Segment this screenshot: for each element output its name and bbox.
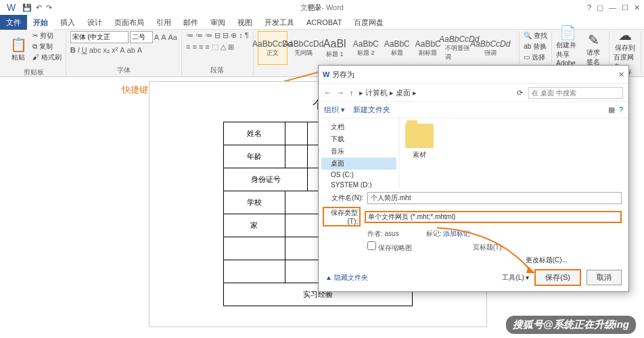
copy-button[interactable]: ⧉ 复制 <box>32 42 62 51</box>
cut-button[interactable]: ✂ 剪切 <box>32 31 62 41</box>
dialog-title: 另存为 <box>332 70 354 80</box>
para-row1[interactable]: ≔ ≔ ≔ ⊟ ⊟ ⊕ ↕ ¶ <box>186 31 249 40</box>
quick-access-toolbar[interactable]: 💾 ↶ ↷ <box>22 3 52 12</box>
change-title-button[interactable]: 更改标题(C)... <box>526 256 568 265</box>
word-icon: W <box>7 2 16 13</box>
tab-view[interactable]: 视图 <box>231 15 258 30</box>
folder-icon <box>405 124 434 148</box>
hide-folders-link[interactable]: ▲ 隐藏文件夹 <box>325 273 368 283</box>
para-row2[interactable]: ≡ ≡ ≡ ≡ ⬚ △ ⊞ <box>186 43 234 51</box>
tab-insert[interactable]: 插入 <box>54 15 81 30</box>
tab-references[interactable]: 引用 <box>150 15 177 30</box>
nav-back-icon[interactable]: ← <box>324 89 331 97</box>
tab-mail[interactable]: 邮件 <box>177 15 204 30</box>
filename-label: 文件名(N): <box>325 193 363 203</box>
add-tag-link[interactable]: 添加标记 <box>443 230 470 237</box>
group-clipboard-label: 剪贴板 <box>7 68 62 77</box>
breadcrumb[interactable]: ▸ 计算机 ▸ 桌面 ▸ <box>359 88 417 98</box>
save-button[interactable]: 保存(S) <box>534 269 581 286</box>
help-icon[interactable]: ? <box>619 105 623 114</box>
create-pdf-button[interactable]: 📄创建并共享Adobe PDF <box>556 31 579 68</box>
replace-button[interactable]: ab 替换 <box>524 42 547 51</box>
nav-fwd-icon[interactable]: → <box>337 89 344 97</box>
tab-file[interactable]: 文件 <box>0 15 27 30</box>
refresh-icon[interactable]: ⟳ <box>517 89 523 97</box>
thumbnail-checkbox[interactable]: 保存缩略图 <box>367 241 412 253</box>
title-bar: W 💾 ↶ ↷ 文档1 - Word 登录 ? ▢ — ☐ ✕ <box>0 0 644 15</box>
font-format-row[interactable]: B I U abc x₂ x² A ab A <box>70 46 142 55</box>
tab-review[interactable]: 审阅 <box>204 15 231 30</box>
filename-input[interactable]: 个人简历.mht <box>367 192 622 204</box>
search-input[interactable] <box>528 87 623 99</box>
save-icon[interactable]: 💾 <box>22 3 32 12</box>
organize-menu[interactable]: 组织 ▾ <box>324 105 345 115</box>
tab-home[interactable]: 开始 <box>27 15 54 30</box>
folder-tree[interactable]: 文档 下载 音乐 桌面 OS (C:) SYSTEM (D:) TOOL (E:… <box>319 118 400 188</box>
view-icon[interactable]: ▦ <box>608 105 615 114</box>
tab-netdisk[interactable]: 百度网盘 <box>348 15 390 30</box>
minimize-icon[interactable]: — <box>609 3 616 12</box>
document-title: 文档1 - Word <box>300 3 344 13</box>
tab-acrobat[interactable]: ACROBAT <box>300 15 348 30</box>
cancel-button[interactable]: 取消 <box>586 270 622 285</box>
style-gallery[interactable]: AaBbCcDd正文 AaBbCcDd无间隔 AaBl标题 1 AaBbC标题 … <box>258 31 505 65</box>
undo-icon[interactable]: ↶ <box>36 3 42 12</box>
format-painter-button[interactable]: 🖌 格式刷 <box>32 53 62 62</box>
file-pane[interactable]: 素材 <box>400 118 628 188</box>
redo-icon[interactable]: ↷ <box>46 3 52 12</box>
tools-menu[interactable]: 工具(L) ▾ <box>502 273 529 283</box>
folder-item[interactable]: 素材 <box>405 124 434 160</box>
new-folder-button[interactable]: 新建文件夹 <box>353 105 390 115</box>
save-as-dialog: W 另存为 ✕ ← → ↑ ▸ 计算机 ▸ 桌面 ▸ ⟳ 组织 ▾ 新建文件夹 … <box>318 65 629 292</box>
nav-up-icon[interactable]: ↑ <box>350 89 354 97</box>
font-name[interactable]: 宋体 (中文正 <box>70 31 129 43</box>
dialog-close-icon[interactable]: ✕ <box>618 70 624 79</box>
ribbon-options-icon[interactable]: ▢ <box>597 3 603 12</box>
filetype-select[interactable]: 单个文件网页 (*.mht;*.mhtml) <box>365 211 622 223</box>
paste-button[interactable]: 📋粘贴 <box>7 31 30 68</box>
font-size[interactable]: 二号 <box>130 31 153 43</box>
tab-dev[interactable]: 开发工具 <box>258 15 300 30</box>
close-icon[interactable]: ✕ <box>634 3 640 12</box>
request-sign-button[interactable]: ✎请求签名 <box>582 31 605 68</box>
ribbon-tabs: 文件 开始 插入 设计 页面布局 引用 邮件 审阅 视图 开发工具 ACROBA… <box>0 15 644 30</box>
save-netdisk-button[interactable]: ☁保存到百度网盘 <box>614 31 637 68</box>
help-icon[interactable]: ? <box>587 3 591 12</box>
watermark: 搜狐号@系统正在升级ing <box>506 316 636 334</box>
find-button[interactable]: 🔍 查找 <box>524 31 547 41</box>
tab-layout[interactable]: 页面布局 <box>108 15 150 30</box>
filetype-label: 保存类型(T): <box>323 207 361 226</box>
tab-design[interactable]: 设计 <box>81 15 108 30</box>
maximize-icon[interactable]: ☐ <box>622 3 628 12</box>
select-button[interactable]: ▭ 选择 <box>524 53 547 62</box>
group-para-label: 段落 <box>186 66 249 75</box>
word-icon: W <box>323 70 329 78</box>
group-font-label: 字体 <box>70 66 177 75</box>
